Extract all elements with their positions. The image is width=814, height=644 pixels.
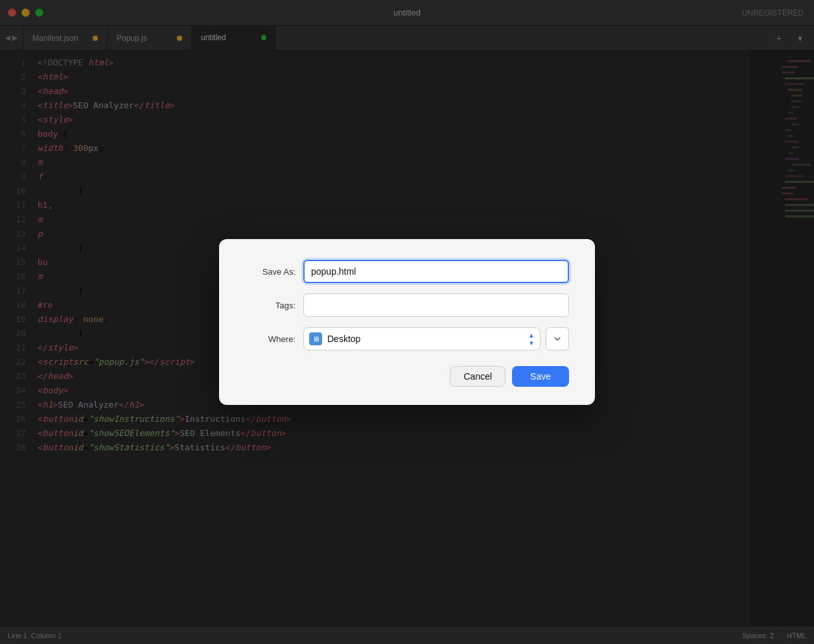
where-spinner-arrows: ▲ ▼	[528, 332, 535, 347]
where-value: Desktop	[327, 334, 360, 344]
where-label: Where:	[245, 334, 303, 344]
tags-label: Tags:	[245, 301, 303, 310]
dialog-buttons: Cancel Save	[245, 366, 569, 387]
where-controls: 🖥 Desktop ▲ ▼	[303, 327, 569, 351]
desktop-icon: 🖥	[309, 332, 322, 345]
where-select[interactable]: 🖥 Desktop ▲ ▼	[303, 327, 541, 351]
tags-input[interactable]	[303, 293, 569, 317]
save-as-input[interactable]	[303, 260, 569, 283]
chevron-down-icon	[553, 335, 561, 343]
tags-row: Tags:	[245, 293, 569, 317]
save-dialog: Save As: Tags: Where: 🖥 Desktop ▲ ▼	[219, 239, 595, 405]
modal-overlay: Save As: Tags: Where: 🖥 Desktop ▲ ▼	[0, 0, 814, 644]
where-row: Where: 🖥 Desktop ▲ ▼	[245, 327, 569, 351]
save-button[interactable]: Save	[512, 366, 569, 387]
save-as-label: Save As:	[245, 267, 303, 277]
expand-button[interactable]	[546, 327, 569, 351]
cancel-button[interactable]: Cancel	[450, 366, 506, 387]
save-as-row: Save As:	[245, 260, 569, 283]
